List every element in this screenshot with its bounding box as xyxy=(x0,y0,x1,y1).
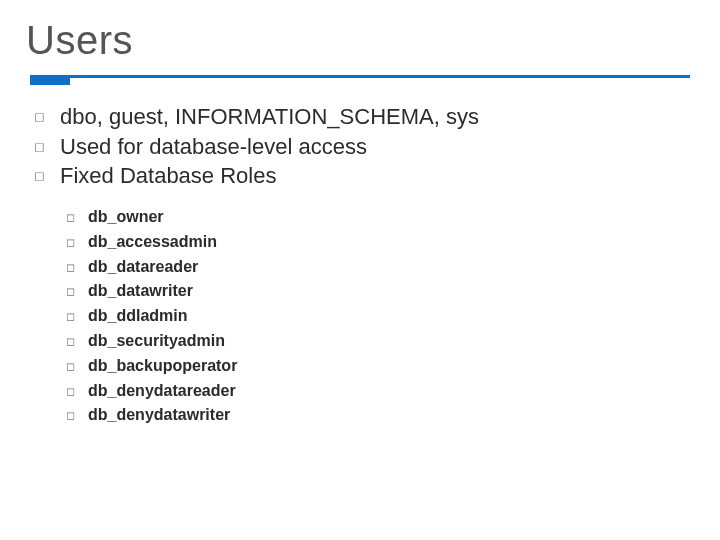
content-area: ◻ dbo, guest, INFORMATION_SCHEMA, sys ◻ … xyxy=(30,84,690,428)
role-name: db_accessadmin xyxy=(88,230,217,255)
hollow-square-icon: ◻ xyxy=(34,161,60,185)
list-item: ◻ db_datawriter xyxy=(66,279,690,304)
list-item: ◻ db_denydatawriter xyxy=(66,403,690,428)
role-name: db_denydatawriter xyxy=(88,403,230,428)
roles-list: ◻ db_owner ◻ db_accessadmin ◻ db_datarea… xyxy=(66,205,690,428)
title-underline xyxy=(30,75,690,78)
bullet-list: ◻ dbo, guest, INFORMATION_SCHEMA, sys ◻ … xyxy=(34,102,690,191)
bullet-text: Used for database-level access xyxy=(60,132,367,162)
list-item: ◻ Fixed Database Roles xyxy=(34,161,690,191)
hollow-square-icon: ◻ xyxy=(66,329,88,350)
slide: Users ◻ dbo, guest, INFORMATION_SCHEMA, … xyxy=(0,0,720,540)
list-item: ◻ db_securityadmin xyxy=(66,329,690,354)
role-name: db_ddladmin xyxy=(88,304,188,329)
hollow-square-icon: ◻ xyxy=(66,279,88,300)
hollow-square-icon: ◻ xyxy=(34,102,60,126)
hollow-square-icon: ◻ xyxy=(66,255,88,276)
hollow-square-icon: ◻ xyxy=(66,205,88,226)
bullet-text: Fixed Database Roles xyxy=(60,161,276,191)
list-item: ◻ db_datareader xyxy=(66,255,690,280)
hollow-square-icon: ◻ xyxy=(66,354,88,375)
role-name: db_datareader xyxy=(88,255,198,280)
bullet-text: dbo, guest, INFORMATION_SCHEMA, sys xyxy=(60,102,479,132)
list-item: ◻ dbo, guest, INFORMATION_SCHEMA, sys xyxy=(34,102,690,132)
role-name: db_securityadmin xyxy=(88,329,225,354)
role-name: db_backupoperator xyxy=(88,354,237,379)
page-title: Users xyxy=(26,18,690,63)
list-item: ◻ db_owner xyxy=(66,205,690,230)
role-name: db_denydatareader xyxy=(88,379,236,404)
list-item: ◻ db_ddladmin xyxy=(66,304,690,329)
hollow-square-icon: ◻ xyxy=(66,304,88,325)
hollow-square-icon: ◻ xyxy=(66,403,88,424)
list-item: ◻ db_accessadmin xyxy=(66,230,690,255)
list-item: ◻ Used for database-level access xyxy=(34,132,690,162)
hollow-square-icon: ◻ xyxy=(66,379,88,400)
list-item: ◻ db_backupoperator xyxy=(66,354,690,379)
role-name: db_datawriter xyxy=(88,279,193,304)
hollow-square-icon: ◻ xyxy=(66,230,88,251)
role-name: db_owner xyxy=(88,205,164,230)
list-item: ◻ db_denydatareader xyxy=(66,379,690,404)
hollow-square-icon: ◻ xyxy=(34,132,60,156)
